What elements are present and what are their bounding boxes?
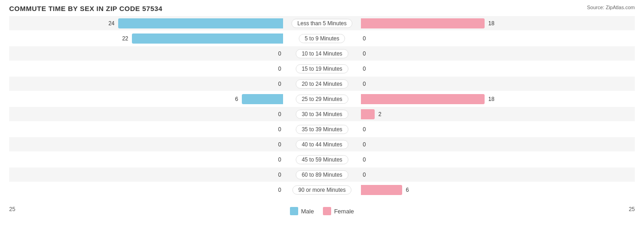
chart-row: 015 to 19 Minutes0 xyxy=(9,61,635,76)
chart-row: 060 to 89 Minutes0 xyxy=(9,167,635,182)
row-label: 60 to 89 Minutes xyxy=(296,170,349,179)
chart-row: 090 or more Minutes6 xyxy=(9,183,635,197)
source-label: Source: ZipAtlas.com xyxy=(587,5,635,10)
chart-row: 010 to 14 Minutes0 xyxy=(9,46,635,61)
male-bar-section: 0 xyxy=(9,107,322,121)
legend-male-label: Male xyxy=(301,208,314,215)
female-value-label: 18 xyxy=(488,96,494,102)
female-zero-label: 0 xyxy=(363,66,366,72)
chart-title: COMMUTE TIME BY SEX IN ZIP CODE 57534 xyxy=(9,5,635,12)
male-bar-section: 0 xyxy=(9,152,322,167)
chart-row: 24Less than 5 Minutes18 xyxy=(9,16,635,30)
chart-row: 625 to 29 Minutes18 xyxy=(9,92,635,106)
legend: Male Female xyxy=(290,207,354,215)
male-bar-section: 0 xyxy=(9,77,322,91)
male-bar-section: 0 xyxy=(9,46,322,61)
row-label: 25 to 29 Minutes xyxy=(296,95,349,104)
chart-row: 020 to 24 Minutes0 xyxy=(9,77,635,91)
chart-row: 225 to 9 Minutes0 xyxy=(9,31,635,45)
row-label: 10 to 14 Minutes xyxy=(296,49,349,58)
row-label: 45 to 59 Minutes xyxy=(296,155,349,164)
female-bar-section: 0 xyxy=(322,46,635,61)
male-bar-section: 0 xyxy=(9,183,322,197)
male-bar: 6 xyxy=(242,94,283,104)
male-bar-section: 22 xyxy=(9,31,322,45)
row-label: 35 to 39 Minutes xyxy=(296,125,349,134)
female-bar-section: 6 xyxy=(322,183,635,197)
male-zero-label: 0 xyxy=(278,156,281,163)
row-label: Less than 5 Minutes xyxy=(291,19,352,28)
chart-row: 045 to 59 Minutes0 xyxy=(9,152,635,167)
legend-female-label: Female xyxy=(334,208,354,215)
female-value-label: 18 xyxy=(488,20,494,27)
male-zero-label: 0 xyxy=(278,50,281,57)
male-bar: 24 xyxy=(118,18,283,28)
male-zero-label: 0 xyxy=(278,81,281,87)
male-bar-section: 0 xyxy=(9,137,322,151)
male-zero-label: 0 xyxy=(278,141,281,148)
female-bar-section: 0 xyxy=(322,77,635,91)
female-bar-section: 0 xyxy=(322,137,635,151)
row-label: 30 to 34 Minutes xyxy=(296,110,349,119)
male-value-label: 24 xyxy=(109,20,115,27)
legend-male: Male xyxy=(290,207,314,215)
chart-container: COMMUTE TIME BY SEX IN ZIP CODE 57534 So… xyxy=(0,0,644,240)
axis-bottom: 25 Male Female 25 xyxy=(9,206,635,215)
female-bar: 18 xyxy=(361,94,485,104)
legend-female: Female xyxy=(323,207,354,215)
female-bar-section: 18 xyxy=(322,16,635,30)
male-zero-label: 0 xyxy=(278,126,281,133)
female-bar-section: 18 xyxy=(322,92,635,106)
female-zero-label: 0 xyxy=(363,35,366,42)
male-zero-label: 0 xyxy=(278,172,281,178)
female-zero-label: 0 xyxy=(363,81,366,87)
male-bar-section: 0 xyxy=(9,61,322,76)
female-zero-label: 0 xyxy=(363,50,366,57)
female-zero-label: 0 xyxy=(363,126,366,133)
female-bar: 2 xyxy=(361,109,375,119)
female-value-label: 2 xyxy=(378,111,382,117)
chart-area: 24Less than 5 Minutes18225 to 9 Minutes0… xyxy=(9,16,635,204)
female-bar-section: 0 xyxy=(322,122,635,136)
axis-left-value: 25 xyxy=(9,206,15,215)
row-label: 5 to 9 Minutes xyxy=(299,34,345,43)
male-color-box xyxy=(290,207,298,215)
female-bar-section: 0 xyxy=(322,31,635,45)
male-bar-section: 6 xyxy=(9,92,322,106)
female-bar-section: 0 xyxy=(322,152,635,167)
chart-row: 040 to 44 Minutes0 xyxy=(9,137,635,151)
female-bar-section: 0 xyxy=(322,61,635,76)
male-bar-section: 0 xyxy=(9,167,322,182)
chart-row: 035 to 39 Minutes0 xyxy=(9,122,635,136)
row-label: 40 to 44 Minutes xyxy=(296,140,349,149)
female-zero-label: 0 xyxy=(363,172,366,178)
male-zero-label: 0 xyxy=(278,111,281,117)
female-zero-label: 0 xyxy=(363,141,366,148)
female-zero-label: 0 xyxy=(363,156,366,163)
chart-row: 030 to 34 Minutes2 xyxy=(9,107,635,121)
female-bar: 18 xyxy=(361,18,485,28)
female-value-label: 6 xyxy=(406,187,409,193)
female-bar-section: 2 xyxy=(322,107,635,121)
female-bar-section: 0 xyxy=(322,167,635,182)
male-value-label: 22 xyxy=(122,35,128,42)
row-label: 20 to 24 Minutes xyxy=(296,79,349,89)
male-bar-section: 24 xyxy=(9,16,322,30)
row-label: 90 or more Minutes xyxy=(292,185,351,195)
male-zero-label: 0 xyxy=(278,187,281,193)
row-label: 15 to 19 Minutes xyxy=(296,64,349,73)
female-color-box xyxy=(323,207,331,215)
male-zero-label: 0 xyxy=(278,66,281,72)
axis-right-value: 25 xyxy=(629,206,635,215)
male-bar-section: 0 xyxy=(9,122,322,136)
male-value-label: 6 xyxy=(235,96,238,102)
female-bar: 6 xyxy=(361,185,402,195)
male-bar: 22 xyxy=(132,33,283,44)
